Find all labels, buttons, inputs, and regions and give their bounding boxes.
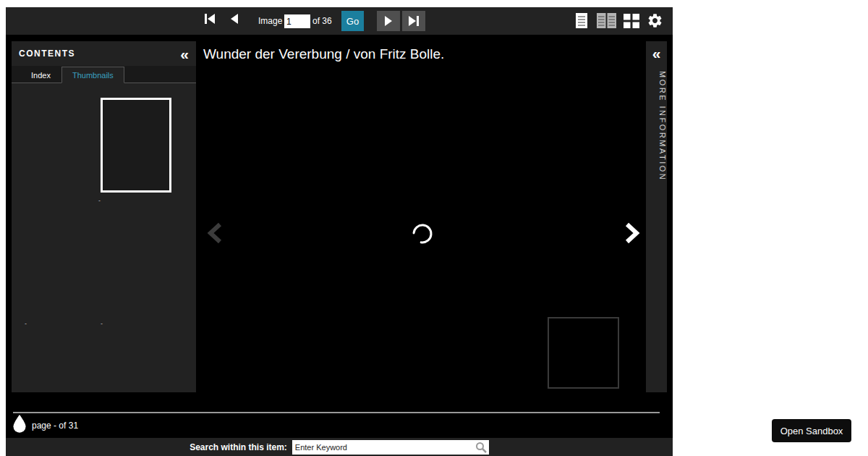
settings-button[interactable] — [647, 12, 663, 29]
thumbnail-view-button[interactable] — [624, 14, 639, 28]
contents-title: CONTENTS — [19, 48, 75, 59]
more-information-label[interactable]: MORE INFORMATION — [646, 71, 667, 181]
gear-icon — [647, 12, 663, 29]
go-button[interactable]: Go — [341, 11, 364, 31]
stage-next-button[interactable] — [623, 221, 642, 246]
tab-thumbnails[interactable]: Thumbnails — [61, 67, 124, 83]
more-information-panel: « MORE INFORMATION — [646, 41, 667, 392]
search-label: Search within this item: — [190, 442, 287, 452]
drop-icon — [13, 415, 26, 433]
first-page-icon — [204, 13, 216, 25]
image-count-label: of 36 — [312, 16, 332, 26]
thumbnail-caption: - — [101, 320, 103, 327]
next-page-button[interactable] — [377, 11, 400, 31]
last-page-icon — [408, 15, 420, 27]
search-icon[interactable] — [475, 442, 487, 456]
top-toolbar: Image of 36 Go — [6, 7, 673, 35]
thumbnail-caption: - — [98, 197, 101, 204]
previous-page-icon — [230, 13, 239, 25]
search-box — [292, 440, 489, 455]
first-page-button[interactable] — [204, 13, 216, 25]
stage-previous-button[interactable] — [205, 221, 224, 246]
page-position-label: page - of 31 — [32, 421, 78, 431]
document-title: Wunder der Vererbung / von Fritz Bolle. — [203, 46, 444, 62]
open-sandbox-button[interactable]: Open Sandbox — [772, 419, 851, 442]
chevron-right-icon — [624, 222, 640, 244]
last-page-button[interactable] — [402, 11, 425, 31]
page-slider-handle[interactable] — [13, 415, 26, 436]
page-slider-track[interactable] — [13, 412, 660, 413]
book-viewer: Image of 36 Go — [6, 7, 673, 456]
expand-more-information-icon[interactable]: « — [646, 41, 667, 61]
previous-page-button[interactable] — [230, 13, 239, 25]
page-thumbnail[interactable] — [101, 98, 171, 193]
navigator-box[interactable] — [548, 317, 619, 389]
image-label: Image — [258, 16, 282, 26]
search-input[interactable] — [292, 440, 489, 455]
tab-index[interactable]: Index — [20, 67, 61, 83]
chevron-left-icon — [207, 222, 223, 244]
thumbnail-view-icon — [624, 14, 639, 28]
collapse-sidebar-icon[interactable]: « — [180, 46, 189, 62]
next-page-icon — [384, 15, 393, 27]
one-page-view-icon — [576, 13, 587, 28]
image-number-input[interactable] — [284, 14, 310, 28]
sidebar-tabs: Index Thumbnails — [12, 66, 196, 83]
thumbnail-caption: - — [25, 320, 27, 327]
two-page-view-icon — [597, 13, 616, 28]
contents-header: CONTENTS « — [12, 41, 196, 66]
one-page-view-button[interactable] — [576, 13, 587, 28]
loading-spinner-icon — [411, 222, 434, 248]
contents-sidebar: CONTENTS « Index Thumbnails - - - — [12, 41, 196, 392]
search-bar: Search within this item: — [6, 438, 673, 456]
two-page-view-button[interactable] — [597, 13, 616, 28]
